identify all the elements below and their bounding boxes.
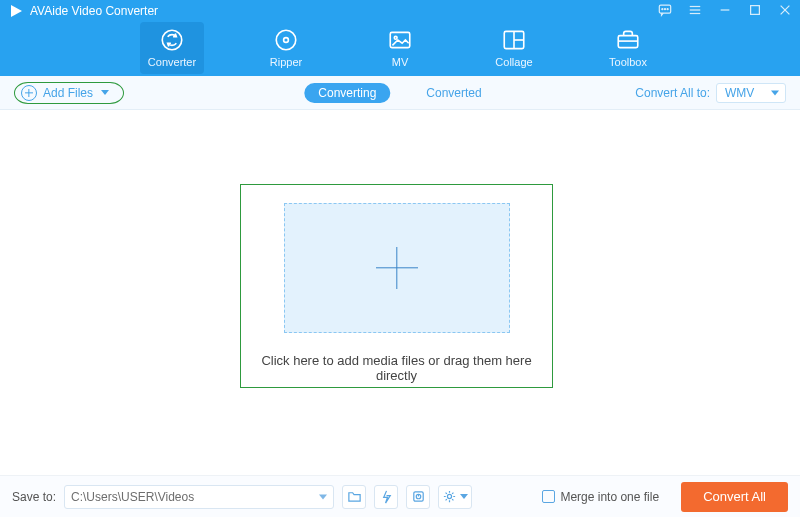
chevron-down-icon xyxy=(460,494,468,499)
toolbox-icon xyxy=(596,26,660,54)
tab-label: Converter xyxy=(140,56,204,68)
chevron-down-icon xyxy=(771,90,779,95)
tab-label: MV xyxy=(368,56,432,68)
svg-point-4 xyxy=(667,8,668,9)
app-title: AVAide Video Converter xyxy=(30,4,158,18)
merge-label: Merge into one file xyxy=(560,490,659,504)
output-format-value: WMV xyxy=(725,86,754,100)
tab-mv[interactable]: MV xyxy=(368,22,432,74)
svg-point-13 xyxy=(276,30,296,50)
feedback-icon[interactable] xyxy=(658,3,672,20)
app-logo-icon xyxy=(8,3,24,19)
subbar: Add Files Converting Converted Convert A… xyxy=(0,76,800,110)
convert-all-to: Convert All to: WMV xyxy=(635,83,786,103)
window-controls xyxy=(658,3,792,20)
subtab-converted[interactable]: Converted xyxy=(412,83,495,103)
svg-point-3 xyxy=(664,8,665,9)
titlebar: AVAide Video Converter xyxy=(0,0,800,22)
tab-label: Collage xyxy=(482,56,546,68)
chevron-down-icon xyxy=(319,494,327,499)
subtab-converting[interactable]: Converting xyxy=(304,83,390,103)
save-to-label: Save to: xyxy=(12,490,56,504)
open-folder-button[interactable] xyxy=(342,485,366,509)
converter-icon xyxy=(140,26,204,54)
shutdown-button[interactable] xyxy=(406,485,430,509)
merge-checkbox[interactable]: Merge into one file xyxy=(542,490,659,504)
svg-rect-9 xyxy=(751,5,760,14)
convert-all-to-label: Convert All to: xyxy=(635,86,710,100)
tab-label: Ripper xyxy=(254,56,318,68)
minimize-icon[interactable] xyxy=(718,3,732,20)
tab-converter[interactable]: Converter xyxy=(140,22,204,74)
tab-collage[interactable]: Collage xyxy=(482,22,546,74)
main-tabs: Converter Ripper MV Collage Toolbox xyxy=(0,22,800,74)
output-format-select[interactable]: WMV xyxy=(716,83,786,103)
svg-marker-0 xyxy=(11,5,22,17)
checkbox-icon xyxy=(542,490,555,503)
svg-point-12 xyxy=(162,30,182,50)
convert-all-button[interactable]: Convert All xyxy=(681,482,788,512)
close-icon[interactable] xyxy=(778,3,792,20)
drop-zone-text: Click here to add media files or drag th… xyxy=(241,353,552,383)
add-files-button[interactable]: Add Files xyxy=(14,82,124,104)
add-files-label: Add Files xyxy=(43,86,93,100)
chevron-down-icon xyxy=(101,90,109,95)
tab-ripper[interactable]: Ripper xyxy=(254,22,318,74)
hardware-accel-button[interactable] xyxy=(374,485,398,509)
ripper-icon xyxy=(254,26,318,54)
workspace: Click here to add media files or drag th… xyxy=(0,110,800,475)
collage-icon xyxy=(482,26,546,54)
svg-point-14 xyxy=(284,38,289,43)
settings-dropdown[interactable] xyxy=(438,485,472,509)
mv-icon xyxy=(368,26,432,54)
plus-icon xyxy=(376,247,418,289)
tab-toolbox[interactable]: Toolbox xyxy=(596,22,660,74)
save-to-path-select[interactable]: C:\Users\USER\Videos xyxy=(64,485,334,509)
svg-point-25 xyxy=(447,494,451,498)
svg-point-16 xyxy=(394,36,397,39)
app-header: AVAide Video Converter Converter xyxy=(0,0,800,76)
plus-icon xyxy=(21,85,37,101)
bottom-bar: Save to: C:\Users\USER\Videos Merge into… xyxy=(0,475,800,517)
menu-icon[interactable] xyxy=(688,3,702,20)
tab-label: Toolbox xyxy=(596,56,660,68)
maximize-icon[interactable] xyxy=(748,3,762,20)
save-to-path-value: C:\Users\USER\Videos xyxy=(71,490,194,504)
svg-point-2 xyxy=(662,8,663,9)
drop-zone-inner[interactable] xyxy=(284,203,510,333)
sub-tabs: Converting Converted xyxy=(304,83,495,103)
drop-zone[interactable]: Click here to add media files or drag th… xyxy=(240,184,553,388)
